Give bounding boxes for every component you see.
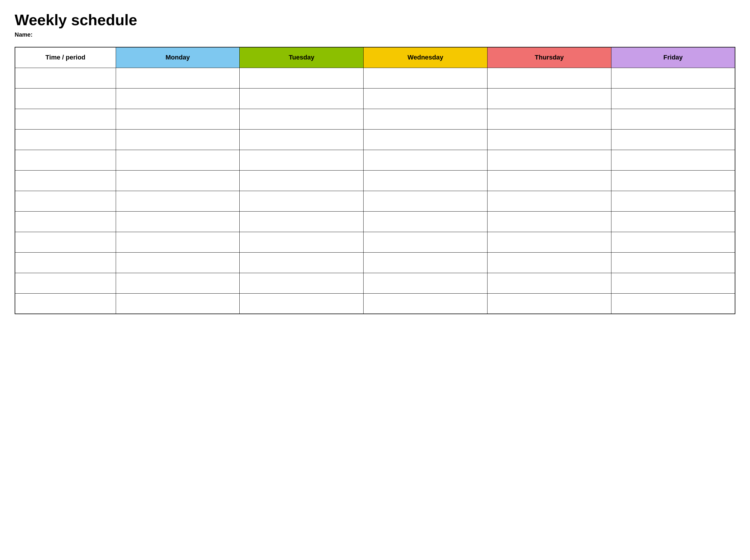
table-row[interactable] <box>15 150 735 170</box>
monday-cell[interactable] <box>116 293 240 314</box>
wednesday-cell[interactable] <box>364 211 487 232</box>
tuesday-cell[interactable] <box>240 170 364 191</box>
tuesday-cell[interactable] <box>240 293 364 314</box>
thursday-cell[interactable] <box>487 232 611 252</box>
wednesday-cell[interactable] <box>364 88 487 109</box>
thursday-cell[interactable] <box>487 129 611 150</box>
thursday-cell[interactable] <box>487 252 611 273</box>
tuesday-cell[interactable] <box>240 273 364 293</box>
monday-cell[interactable] <box>116 273 240 293</box>
tuesday-cell[interactable] <box>240 191 364 211</box>
column-header-thursday: Thursday <box>487 47 611 68</box>
thursday-cell[interactable] <box>487 273 611 293</box>
monday-cell[interactable] <box>116 109 240 129</box>
table-row[interactable] <box>15 109 735 129</box>
table-row[interactable] <box>15 252 735 273</box>
column-header-time: Time / period <box>15 47 116 68</box>
wednesday-cell[interactable] <box>364 191 487 211</box>
monday-cell[interactable] <box>116 211 240 232</box>
friday-cell[interactable] <box>611 109 735 129</box>
thursday-cell[interactable] <box>487 170 611 191</box>
tuesday-cell[interactable] <box>240 150 364 170</box>
time-cell[interactable] <box>15 191 116 211</box>
thursday-cell[interactable] <box>487 211 611 232</box>
friday-cell[interactable] <box>611 170 735 191</box>
column-header-monday: Monday <box>116 47 240 68</box>
thursday-cell[interactable] <box>487 150 611 170</box>
table-row[interactable] <box>15 68 735 88</box>
name-label: Name: <box>15 31 735 38</box>
table-row[interactable] <box>15 191 735 211</box>
tuesday-cell[interactable] <box>240 232 364 252</box>
thursday-cell[interactable] <box>487 293 611 314</box>
time-cell[interactable] <box>15 129 116 150</box>
time-cell[interactable] <box>15 211 116 232</box>
friday-cell[interactable] <box>611 273 735 293</box>
table-row[interactable] <box>15 293 735 314</box>
table-row[interactable] <box>15 88 735 109</box>
table-row[interactable] <box>15 232 735 252</box>
tuesday-cell[interactable] <box>240 109 364 129</box>
wednesday-cell[interactable] <box>364 293 487 314</box>
wednesday-cell[interactable] <box>364 109 487 129</box>
friday-cell[interactable] <box>611 88 735 109</box>
table-header-row: Time / period Monday Tuesday Wednesday T… <box>15 47 735 68</box>
wednesday-cell[interactable] <box>364 273 487 293</box>
time-cell[interactable] <box>15 293 116 314</box>
monday-cell[interactable] <box>116 150 240 170</box>
monday-cell[interactable] <box>116 68 240 88</box>
tuesday-cell[interactable] <box>240 68 364 88</box>
column-header-wednesday: Wednesday <box>364 47 487 68</box>
table-row[interactable] <box>15 211 735 232</box>
friday-cell[interactable] <box>611 211 735 232</box>
table-row[interactable] <box>15 273 735 293</box>
time-cell[interactable] <box>15 88 116 109</box>
time-cell[interactable] <box>15 170 116 191</box>
time-cell[interactable] <box>15 252 116 273</box>
friday-cell[interactable] <box>611 129 735 150</box>
wednesday-cell[interactable] <box>364 170 487 191</box>
friday-cell[interactable] <box>611 232 735 252</box>
friday-cell[interactable] <box>611 293 735 314</box>
thursday-cell[interactable] <box>487 68 611 88</box>
monday-cell[interactable] <box>116 252 240 273</box>
friday-cell[interactable] <box>611 252 735 273</box>
column-header-tuesday: Tuesday <box>240 47 364 68</box>
friday-cell[interactable] <box>611 68 735 88</box>
wednesday-cell[interactable] <box>364 129 487 150</box>
thursday-cell[interactable] <box>487 88 611 109</box>
monday-cell[interactable] <box>116 129 240 150</box>
time-cell[interactable] <box>15 150 116 170</box>
tuesday-cell[interactable] <box>240 252 364 273</box>
monday-cell[interactable] <box>116 88 240 109</box>
monday-cell[interactable] <box>116 170 240 191</box>
wednesday-cell[interactable] <box>364 150 487 170</box>
time-cell[interactable] <box>15 273 116 293</box>
table-row[interactable] <box>15 129 735 150</box>
time-cell[interactable] <box>15 109 116 129</box>
wednesday-cell[interactable] <box>364 252 487 273</box>
monday-cell[interactable] <box>116 191 240 211</box>
tuesday-cell[interactable] <box>240 129 364 150</box>
thursday-cell[interactable] <box>487 191 611 211</box>
column-header-friday: Friday <box>611 47 735 68</box>
wednesday-cell[interactable] <box>364 232 487 252</box>
monday-cell[interactable] <box>116 232 240 252</box>
friday-cell[interactable] <box>611 150 735 170</box>
weekly-schedule-table: Time / period Monday Tuesday Wednesday T… <box>15 47 735 314</box>
time-cell[interactable] <box>15 232 116 252</box>
thursday-cell[interactable] <box>487 109 611 129</box>
friday-cell[interactable] <box>611 191 735 211</box>
page-title: Weekly schedule <box>15 12 735 28</box>
tuesday-cell[interactable] <box>240 88 364 109</box>
wednesday-cell[interactable] <box>364 68 487 88</box>
table-row[interactable] <box>15 170 735 191</box>
time-cell[interactable] <box>15 68 116 88</box>
tuesday-cell[interactable] <box>240 211 364 232</box>
